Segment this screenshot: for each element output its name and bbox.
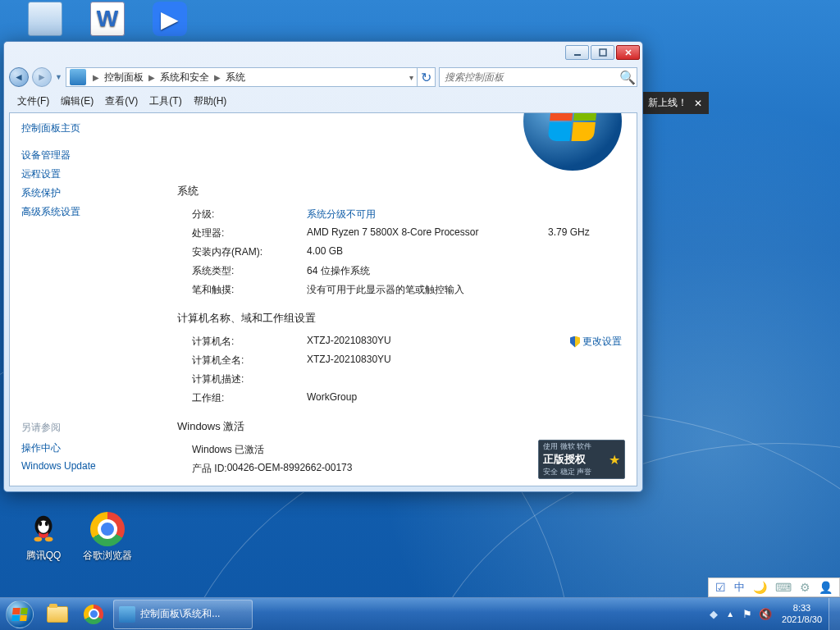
computer-fullname-value: XTZJ-20210830YU xyxy=(307,354,622,368)
change-settings-link[interactable]: 更改设置 xyxy=(570,335,622,349)
minimize-button[interactable] xyxy=(565,45,589,60)
breadcrumb-dropdown[interactable]: ▾ xyxy=(406,73,417,82)
search-icon[interactable]: 🔍 xyxy=(619,70,637,85)
taskbar-item-label: 控制面板\系统和... xyxy=(140,607,220,621)
sidebar-link-action-center[interactable]: 操作中心 xyxy=(21,441,167,455)
section-system-header: 系统 xyxy=(177,184,622,199)
tray-app-icon[interactable]: ◆ xyxy=(706,608,721,620)
notification-close-button[interactable]: ✕ xyxy=(694,98,702,109)
taskbar: 控制面板\系统和... ◆ ▲ ⚑ 🔇 8:33 2021/8/30 xyxy=(0,597,840,630)
content-pane: 系统 分级:系统分级不可用 处理器:AMD Ryzen 7 5800X 8-Co… xyxy=(167,113,637,486)
document-icon: W xyxy=(90,2,125,36)
window-titlebar[interactable] xyxy=(4,42,642,65)
refresh-button[interactable]: ↻ xyxy=(417,68,435,86)
system-properties-window: ◄ ► ▼ ▶ 控制面板 ▶ 系统和安全 ▶ 系统 ▾ ↻ 🔍 文件(F) xyxy=(3,41,643,492)
show-desktop-button[interactable] xyxy=(829,598,840,631)
chevron-right-icon: ▶ xyxy=(145,73,158,82)
breadcrumb-leaf[interactable]: 系统 xyxy=(224,71,247,84)
sidebar-link-remote[interactable]: 远程设置 xyxy=(21,167,167,181)
control-panel-home-link[interactable]: 控制面板主页 xyxy=(21,121,167,135)
cpu-value: AMD Ryzen 7 5800X 8-Core Processor xyxy=(307,226,548,240)
breadcrumb-mid[interactable]: 系统和安全 xyxy=(158,71,211,84)
breadcrumb-bar[interactable]: ▶ 控制面板 ▶ 系统和安全 ▶ 系统 ▾ ↻ xyxy=(66,67,436,87)
menu-edit[interactable]: 编辑(E) xyxy=(56,93,98,111)
nav-back-button[interactable]: ◄ xyxy=(9,67,29,87)
shield-icon xyxy=(570,336,580,348)
svg-point-3 xyxy=(45,522,48,527)
rating-link[interactable]: 系统分级不可用 xyxy=(307,208,622,221)
desktop: W ▶ 腾讯QQ 谷歌浏览器 新上线！ ✕ ◄ ► ▼ xyxy=(0,0,840,630)
desktop-icon-label: 谷歌浏览器 xyxy=(83,550,132,561)
desktop-icon-chrome[interactable]: 谷歌浏览器 xyxy=(79,512,136,563)
gear-icon[interactable]: ⚙ xyxy=(800,581,810,594)
desktop-icon-qq[interactable]: 腾讯QQ xyxy=(15,512,72,563)
computer-icon xyxy=(28,2,62,36)
genuine-software-badge[interactable]: 使用 微软 软件 正版授权 安全 稳定 声誉 ★ xyxy=(538,440,625,479)
ime-quickbar: ☑ 中 🌙 ⌨ ⚙ 👤 xyxy=(708,578,840,597)
svg-rect-6 xyxy=(574,54,581,56)
control-panel-icon xyxy=(70,69,86,85)
svg-point-2 xyxy=(39,522,42,527)
breadcrumb-root[interactable]: 控制面板 xyxy=(103,71,145,84)
workgroup-label: 工作组: xyxy=(192,391,307,405)
chrome-icon xyxy=(90,512,125,546)
checkbox-icon[interactable]: ☑ xyxy=(715,581,726,594)
sidebar: 控制面板主页 设备管理器 远程设置 系统保护 高级系统设置 另请参阅 操作中心 … xyxy=(10,113,167,486)
moon-icon[interactable]: 🌙 xyxy=(753,581,767,594)
sidebar-link-protection[interactable]: 系统保护 xyxy=(21,186,167,200)
qq-icon xyxy=(26,512,61,546)
menu-file[interactable]: 文件(F) xyxy=(12,93,54,111)
cpu-label: 处理器: xyxy=(192,226,307,240)
systype-value: 64 位操作系统 xyxy=(307,264,622,278)
maximize-button[interactable] xyxy=(591,45,614,60)
rating-label: 分级: xyxy=(192,208,307,221)
close-button[interactable] xyxy=(616,45,640,60)
svg-rect-7 xyxy=(600,49,606,56)
menu-help[interactable]: 帮助(H) xyxy=(189,93,232,111)
tray-overflow-button[interactable]: ▲ xyxy=(721,609,739,619)
address-bar: ◄ ► ▼ ▶ 控制面板 ▶ 系统和安全 ▶ 系统 ▾ ↻ 🔍 xyxy=(9,65,637,89)
tray-clock[interactable]: 8:33 2021/8/30 xyxy=(775,603,829,624)
sidebar-link-windows-update[interactable]: Windows Update xyxy=(21,460,167,472)
keyboard-icon[interactable]: ⌨ xyxy=(775,581,792,594)
chrome-icon xyxy=(84,605,103,624)
sidebar-link-advanced[interactable]: 高级系统设置 xyxy=(21,205,167,219)
computer-desc-label: 计算机描述: xyxy=(192,372,307,386)
taskbar-pin-explorer[interactable] xyxy=(40,600,75,629)
taskbar-item-control-panel[interactable]: 控制面板\系统和... xyxy=(113,600,253,629)
see-also-label: 另请参阅 xyxy=(21,421,167,435)
control-panel-icon xyxy=(119,606,135,623)
window-body: 控制面板主页 设备管理器 远程设置 系统保护 高级系统设置 另请参阅 操作中心 … xyxy=(9,112,637,486)
menu-tools[interactable]: 工具(T) xyxy=(144,93,186,111)
svg-point-5 xyxy=(45,537,53,542)
nav-history-dropdown[interactable]: ▼ xyxy=(55,73,62,81)
section-activation-header: Windows 激活 xyxy=(177,419,622,434)
desktop-icon-computer[interactable] xyxy=(16,2,74,39)
tray-volume-icon[interactable]: 🔇 xyxy=(756,608,775,620)
menu-view[interactable]: 查看(V) xyxy=(100,93,143,111)
person-icon[interactable]: 👤 xyxy=(819,581,833,594)
tray-flag-icon[interactable]: ⚑ xyxy=(739,608,756,620)
desktop-icon-label: 腾讯QQ xyxy=(26,550,62,561)
system-tray: ◆ ▲ ⚑ 🔇 8:33 2021/8/30 xyxy=(706,598,840,630)
chevron-right-icon: ▶ xyxy=(89,73,103,82)
taskbar-pin-chrome[interactable] xyxy=(76,600,111,629)
media-icon: ▶ xyxy=(153,2,187,36)
windows-logo xyxy=(523,113,622,171)
nav-forward-button[interactable]: ► xyxy=(32,67,52,87)
svg-point-4 xyxy=(34,537,43,542)
tray-date: 2021/8/30 xyxy=(782,614,822,625)
sidebar-link-device-manager[interactable]: 设备管理器 xyxy=(21,148,167,162)
ram-value: 4.00 GB xyxy=(307,245,622,259)
chevron-right-icon: ▶ xyxy=(211,73,224,82)
product-id-label: 产品 ID: xyxy=(192,462,227,476)
ime-language-button[interactable]: 中 xyxy=(734,580,745,595)
notification-toast: 新上线！ ✕ xyxy=(641,92,709,114)
computer-name-label: 计算机名: xyxy=(192,335,307,349)
search-box[interactable]: 🔍 xyxy=(439,67,637,87)
pen-label: 笔和触摸: xyxy=(192,283,307,297)
desktop-icon-document[interactable]: W xyxy=(79,2,136,39)
search-input[interactable] xyxy=(440,68,619,86)
desktop-icon-media[interactable]: ▶ xyxy=(141,2,199,39)
start-button[interactable] xyxy=(0,598,39,631)
